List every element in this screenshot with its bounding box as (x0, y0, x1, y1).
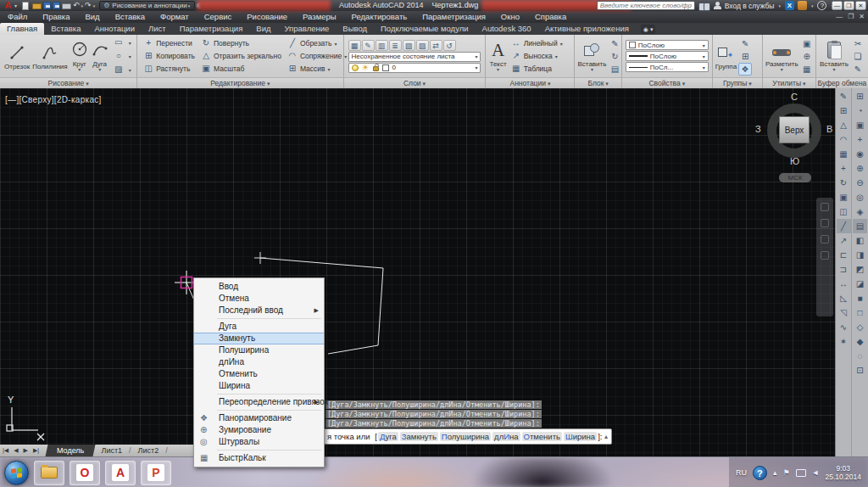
viewcube-west-label[interactable]: З (755, 124, 761, 134)
menu-insert[interactable]: Вставка (108, 11, 153, 23)
modify-tool-icon[interactable]: ↻ (837, 176, 851, 190)
viewcube-south-label[interactable]: Ю (790, 156, 799, 166)
keyword-halfwidth[interactable]: Полуширина (440, 432, 491, 441)
zoom-tool-icon[interactable]: ◌ (853, 349, 867, 363)
zoom-tool-icon[interactable]: ⊕ (853, 161, 867, 176)
group-selection-toggle[interactable]: ❖ (738, 63, 752, 76)
open-file-button[interactable] (32, 3, 42, 9)
help-icon[interactable]: ? (817, 1, 826, 10)
cut-button[interactable]: ✂ (851, 37, 865, 50)
zoom-tool-icon[interactable]: ⊖ (853, 176, 867, 190)
tab-parametric[interactable]: Параметризация (173, 23, 250, 35)
move-button[interactable]: +Перенести (142, 37, 195, 50)
modify-tool-icon[interactable]: ▣ (837, 190, 851, 204)
fillet-button[interactable]: ◠Сопряжение▾ (287, 50, 347, 63)
scale-button[interactable]: ▣Масштаб (200, 63, 281, 76)
layer-tool-icon[interactable]: ▧ (403, 40, 415, 51)
navbar-icon[interactable] (821, 203, 829, 211)
menu-help[interactable]: Справка (527, 11, 574, 23)
modify-tool-icon[interactable]: ↔ (837, 277, 851, 291)
menu-draw[interactable]: Рисование (239, 11, 295, 23)
ribbon-display-toggle[interactable]: ◉ ▾ (641, 25, 656, 34)
layer-dropdown[interactable]: ☀ 0 ▾ (348, 63, 481, 73)
zoom-tool-icon[interactable]: □ (853, 305, 867, 320)
quick-select-button[interactable]: ▣ (800, 37, 814, 50)
menu-view[interactable]: Вид (77, 11, 107, 23)
menu-item-steeringwheels[interactable]: ◎Штурвалы (194, 436, 324, 448)
undo-dropdown-icon[interactable]: ▾ (81, 3, 84, 8)
panel-draw-label[interactable]: Рисование (0, 77, 136, 88)
group-button[interactable]: Группа (715, 42, 737, 70)
menu-item-recent-input[interactable]: Последний ввод▶ (194, 305, 324, 316)
zoom-tool-icon[interactable]: ⊡ (853, 363, 867, 378)
arc-button[interactable]: Дуга ▾ (92, 40, 108, 72)
measure-button[interactable]: Разметить ▾ (765, 40, 798, 72)
edit-block-button[interactable]: ↻ (608, 50, 621, 63)
menu-modify[interactable]: Редактировать (344, 11, 415, 23)
line-button[interactable]: Отрезок (4, 42, 30, 70)
autocad-logo-icon[interactable]: A (2, 1, 14, 10)
modify-tool-icon[interactable]: ⊏ (837, 248, 851, 262)
paste-button[interactable]: Вставить ▾ (820, 40, 849, 72)
keyword-arc[interactable]: Дуга (378, 432, 398, 441)
zoom-tool-icon[interactable]: ◉ (853, 147, 867, 161)
menu-item-zoom[interactable]: ⊕Зумирование (194, 424, 324, 436)
layer-tool-icon[interactable]: ▥ (376, 40, 388, 51)
panel-layers-label[interactable]: Слои (344, 77, 486, 88)
modify-tool-icon[interactable]: ∿ (837, 320, 851, 334)
layer-tool-icon[interactable]: ↺ (443, 40, 456, 51)
panel-properties-label[interactable]: Свойства (622, 77, 712, 88)
menu-edit[interactable]: Правка (35, 11, 77, 23)
communication-center-icon[interactable] (798, 1, 807, 10)
ellipse-button[interactable]: ○▾ (113, 50, 131, 63)
trim-button[interactable]: ╱Обрезать▾ (287, 37, 347, 50)
command-history-toggle-icon[interactable]: ▴ (604, 429, 608, 444)
table-button[interactable]: ▦Таблица (510, 63, 563, 76)
menu-file[interactable]: Файл (0, 11, 35, 23)
menu-item-cancel[interactable]: Отмена (194, 293, 324, 305)
layer-state-dropdown[interactable]: Несохраненное состояние листа ▾ (348, 52, 481, 62)
insert-block-button[interactable]: Вставить ▾ (577, 40, 606, 72)
layer-tool-icon[interactable]: ▦ (348, 40, 361, 51)
tab-autodesk360[interactable]: Autodesk 360 (476, 23, 538, 35)
modify-tool-icon[interactable]: + (837, 161, 851, 176)
zoom-tool-icon[interactable]: ⊞ (853, 89, 867, 104)
menu-item-snap-overrides[interactable]: Переопределение привязок▶ (194, 396, 324, 408)
quick-calc-button[interactable]: ▦ (800, 63, 814, 76)
start-button[interactable] (4, 461, 29, 485)
network-icon[interactable] (796, 469, 806, 477)
copy-button[interactable]: ⊞Копировать (142, 50, 195, 63)
panel-modify-label[interactable]: Редактирование (137, 77, 342, 88)
panel-groups-label[interactable]: Группы (713, 77, 762, 88)
tab-layout1[interactable]: Лист1 (95, 446, 130, 455)
mirror-button[interactable]: △Отразить зеркально (200, 50, 281, 63)
modify-tool-icon[interactable]: ▦ (837, 147, 851, 161)
communication-dropdown-icon[interactable]: ▾ (811, 3, 814, 8)
leader-button[interactable]: ↗Выноска▾ (510, 50, 563, 63)
action-center-flag-icon[interactable]: ⚑ (782, 468, 789, 477)
zoom-tool-icon[interactable]: ◎ (853, 190, 867, 204)
undo-button[interactable]: ↶ (73, 1, 80, 10)
first-tab-arrow[interactable]: |◀ (0, 447, 11, 454)
navbar-icon[interactable] (821, 219, 829, 227)
tab-plugins[interactable]: Подключаемые модули (374, 23, 476, 35)
language-indicator[interactable]: RU (736, 468, 747, 477)
new-file-button[interactable] (22, 2, 29, 10)
zoom-tool-icon[interactable]: ■ (853, 291, 867, 305)
menu-item-arc[interactable]: Дуга (194, 321, 324, 333)
navigation-bar[interactable] (816, 198, 833, 316)
group-edit-button[interactable]: ⊞ (738, 50, 752, 63)
modify-tool-icon[interactable]: ◫ (837, 204, 851, 219)
rectangle-button[interactable]: ▭▾ (113, 36, 131, 49)
redo-dropdown-icon[interactable]: ▾ (93, 3, 96, 8)
taskbar-powerpoint-button[interactable]: P (141, 461, 171, 485)
print-button[interactable] (62, 3, 71, 9)
clock[interactable]: 9:03 25.10.2014 (825, 464, 861, 481)
tab-layout[interactable]: Лист (142, 23, 173, 35)
viewcube[interactable]: С Ю З В Верх МСК (760, 93, 828, 178)
navbar-icon[interactable] (821, 235, 829, 244)
modify-tool-icon[interactable]: △ (837, 118, 851, 132)
zoom-tool-icon[interactable]: ◇ (853, 320, 867, 334)
last-tab-arrow[interactable]: ▶| (31, 447, 42, 454)
menu-item-halfwidth[interactable]: Полуширина (194, 344, 324, 356)
